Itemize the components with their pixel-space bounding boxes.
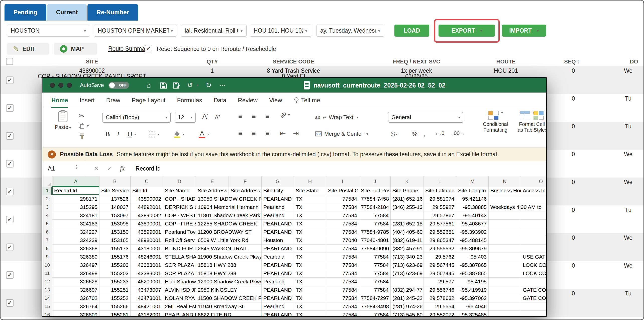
cell[interactable]: -95.40143 [456, 211, 489, 220]
cell[interactable]: 77584 [326, 278, 359, 286]
tab-pending[interactable]: Pending [5, 4, 46, 21]
filter-dropdown-1[interactable]: HOUSTON▾ [7, 25, 90, 37]
cell[interactable]: 77584 [326, 245, 359, 253]
cell[interactable]: Pearland [262, 211, 294, 220]
row-header-13[interactable]: 13 [42, 286, 52, 294]
cell[interactable]: 155281 [99, 311, 131, 316]
row-header-6[interactable]: 6 [42, 228, 52, 236]
cell[interactable]: 11900 Shadow Creek Pkwy [196, 253, 262, 261]
cell[interactable] [489, 278, 521, 286]
cell[interactable]: -95.387865 [456, 261, 489, 269]
cell[interactable]: -95.408677 [456, 220, 489, 228]
cell[interactable]: PEARLAND [262, 269, 294, 278]
cell[interactable]: 77584 [359, 269, 391, 278]
cell[interactable]: 29.577561 [423, 220, 456, 228]
reset-sequence-checkbox[interactable]: ✓ [145, 45, 152, 52]
cell[interactable]: 77584-9785 [359, 228, 391, 236]
cell[interactable]: 77584 [326, 203, 359, 211]
cell[interactable]: TX [294, 302, 326, 311]
column-header-route[interactable]: ROUTE [496, 58, 516, 65]
row-checkbox[interactable]: ✓ [6, 104, 14, 112]
cell[interactable] [521, 195, 546, 203]
row-checkbox[interactable]: ✓ [6, 216, 14, 223]
cell[interactable]: Access In [521, 187, 546, 195]
cell[interactable]: 29.552072 [423, 311, 456, 316]
cell[interactable]: 153150 [99, 228, 131, 236]
cell[interactable]: USE GAT [521, 253, 546, 261]
cell[interactable]: 326498 [52, 269, 99, 278]
cell[interactable]: 324227 [52, 228, 99, 236]
cell[interactable]: TX [294, 228, 326, 236]
cell[interactable]: Site Service I [99, 187, 131, 195]
text-orientation-button[interactable]: ab▾ [280, 112, 290, 118]
cell[interactable]: (713) 623-69 [391, 269, 423, 278]
cell[interactable]: Site Longitu [456, 187, 489, 195]
save-as-icon[interactable] [173, 82, 180, 89]
export-button[interactable]: EXPORT ▾ [439, 25, 495, 37]
cell[interactable]: 326368 [52, 245, 99, 253]
row-header-8[interactable]: 8 [42, 245, 52, 253]
row-checkbox[interactable]: ✓ [6, 160, 14, 168]
align-left-button[interactable]: ≡ [238, 130, 242, 137]
cell[interactable]: 326702 [52, 294, 99, 302]
cell[interactable]: PEARLAND [262, 311, 294, 316]
conditional-formatting-button[interactable]: ▾ ConditionalFormatting [479, 111, 512, 133]
row-checkbox[interactable]: ✓ [6, 132, 14, 140]
cell[interactable]: 77584 [326, 294, 359, 302]
zoom-window-button[interactable] [67, 83, 72, 88]
tab-current[interactable]: Current [47, 4, 87, 21]
row-header-7[interactable]: 7 [42, 236, 52, 245]
cell[interactable]: TX [294, 286, 326, 294]
import-button[interactable]: IMPORT ▾ [502, 25, 546, 37]
more-icon[interactable]: ⋯ [219, 78, 225, 93]
column-header-site[interactable]: SITE [86, 58, 98, 65]
cell[interactable]: -95.309679 [456, 245, 489, 253]
cell[interactable]: 12255 SHADOW CREEK [196, 220, 262, 228]
cell[interactable]: 326497 [52, 261, 99, 269]
fill-color-button[interactable]: ▾ [174, 129, 184, 139]
cell[interactable]: 77584 [359, 278, 391, 286]
chevron-down-icon[interactable]: ▾ [197, 78, 198, 93]
ribbon-tab-data[interactable]: Data [214, 93, 227, 108]
cell[interactable]: 43383001 [131, 261, 163, 269]
cell[interactable]: 43182001 [131, 311, 163, 316]
cell[interactable]: Site Address [196, 187, 229, 195]
cell[interactable]: Site Phone [391, 187, 423, 195]
cell[interactable]: NOLAN RYA [163, 294, 196, 302]
cell[interactable]: (713) 340-23 [391, 253, 423, 261]
cell[interactable] [521, 236, 546, 245]
cell[interactable]: LOCK COD [521, 261, 546, 269]
percent-format-button[interactable]: % [412, 130, 417, 138]
filter-dropdown-5[interactable]: ay, Tuesday, Wednesday▾ [316, 25, 384, 37]
cell[interactable]: 77584 [326, 220, 359, 228]
cell[interactable]: 326380 [52, 253, 99, 261]
cancel-icon[interactable]: ✕ [94, 161, 99, 176]
decrease-font-size-button[interactable]: A▾ [215, 114, 220, 121]
cell[interactable]: 298171 [52, 195, 99, 203]
cell[interactable]: 77584-2184 [359, 203, 391, 211]
cell[interactable] [489, 261, 521, 269]
cell[interactable]: -95.403 [456, 253, 489, 261]
cell[interactable] [489, 302, 521, 311]
cell[interactable]: PEARLAND [262, 286, 294, 294]
cell[interactable]: (281) 245-32 [391, 294, 423, 302]
merge-center-button[interactable]: Merge & Center▾ [315, 131, 368, 137]
cell[interactable]: TX [294, 294, 326, 302]
cell[interactable]: GATE CO [521, 294, 546, 302]
decrease-decimal-button[interactable]: .00→ [452, 130, 465, 136]
tab-re-number[interactable]: Re-Number [87, 4, 138, 21]
cell[interactable]: 29.567445 [423, 269, 456, 278]
cell[interactable]: 29.567445 [423, 261, 456, 269]
cell[interactable]: TX [294, 236, 326, 245]
cell[interactable]: 10904 Memorial Hermann [196, 203, 262, 211]
column-header-day[interactable]: DO [630, 58, 638, 65]
cell[interactable]: (832) 619-11 [391, 236, 423, 245]
borders-button[interactable]: ▾ [149, 129, 159, 139]
select-all-checkbox[interactable] [6, 58, 13, 65]
column-header-j[interactable]: J [359, 176, 391, 187]
cell[interactable] [489, 245, 521, 253]
cell[interactable]: 43890032 [131, 211, 163, 220]
column-header-qty[interactable]: QTY [206, 58, 218, 65]
column-header-seq[interactable]: SEQ↑ [564, 58, 580, 65]
increase-font-size-button[interactable]: A▴ [202, 113, 208, 121]
